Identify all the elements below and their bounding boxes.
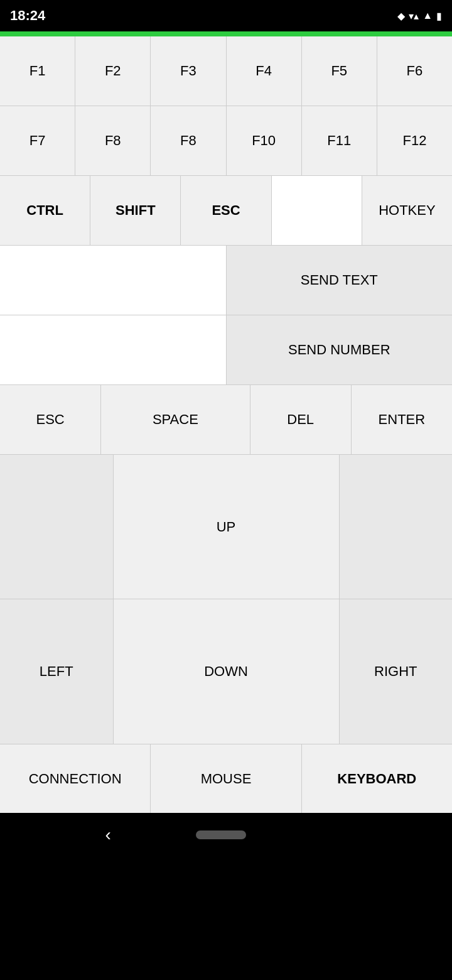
shift-key[interactable]: SHIFT — [90, 176, 181, 245]
wifi-icon: ▾▴ — [409, 10, 419, 22]
number-input-area[interactable] — [0, 315, 227, 384]
f11-key[interactable]: F11 — [302, 106, 377, 175]
dpad-left-key[interactable]: LEFT — [0, 599, 114, 744]
sim-icon: ◆ — [397, 10, 405, 22]
dpad-down-key[interactable]: DOWN — [114, 599, 339, 744]
keyboard-area: F1 F2 F3 F4 F5 F6 F7 F8 F8 F10 F11 F12 C… — [0, 36, 452, 813]
text-input-area[interactable] — [0, 246, 227, 315]
edit-row: ESC SPACE DEL ENTER — [0, 385, 452, 455]
send-number-button[interactable]: SEND NUMBER — [227, 315, 453, 384]
enter-key[interactable]: ENTER — [352, 385, 452, 454]
green-bar — [0, 31, 452, 36]
send-text-row: SEND TEXT — [0, 246, 452, 315]
f3-key[interactable]: F3 — [151, 36, 226, 106]
hotkey-key[interactable]: HOTKEY — [362, 176, 452, 245]
dpad-right-key[interactable]: RIGHT — [339, 599, 453, 744]
mod-row: CTRL SHIFT ESC HOTKEY — [0, 176, 452, 246]
status-time: 18:24 — [10, 8, 45, 24]
dpad-left-placeholder — [0, 455, 114, 599]
space-key[interactable]: SPACE — [101, 385, 250, 454]
tab-keyboard[interactable]: KEYBOARD — [302, 744, 452, 813]
f12-key[interactable]: F12 — [377, 106, 452, 175]
f10-key[interactable]: F10 — [227, 106, 302, 175]
f9-key[interactable]: F8 — [151, 106, 226, 175]
fkey-row-1: F1 F2 F3 F4 F5 F6 — [0, 36, 452, 106]
f4-key[interactable]: F4 — [227, 36, 302, 106]
f6-key[interactable]: F6 — [377, 36, 452, 106]
dpad-down-row: LEFT DOWN RIGHT — [0, 599, 452, 744]
bottom-tabs: CONNECTION MOUSE KEYBOARD — [0, 744, 452, 813]
status-bar: 18:24 ◆ ▾▴ ▲ ▮ — [0, 0, 452, 31]
send-number-row: SEND NUMBER — [0, 315, 452, 385]
dpad-right-placeholder — [339, 455, 453, 599]
tab-mouse[interactable]: MOUSE — [151, 744, 301, 813]
status-icons: ◆ ▾▴ ▲ ▮ — [397, 10, 442, 22]
empty-key — [272, 176, 362, 245]
f5-key[interactable]: F5 — [302, 36, 377, 106]
fkey-row-2: F7 F8 F8 F10 F11 F12 — [0, 106, 452, 176]
send-text-button[interactable]: SEND TEXT — [227, 246, 453, 315]
tab-connection[interactable]: CONNECTION — [0, 744, 151, 813]
android-nav-bar: ‹ ▢ — [0, 813, 452, 857]
back-button[interactable]: ‹ — [105, 825, 110, 845]
ctrl-key[interactable]: CTRL — [0, 176, 90, 245]
home-button[interactable] — [196, 830, 246, 839]
del-key[interactable]: DEL — [250, 385, 352, 454]
f1-key[interactable]: F1 — [0, 36, 75, 106]
esc-mod-key[interactable]: ESC — [181, 176, 271, 245]
f7-key[interactable]: F7 — [0, 106, 75, 175]
dpad-up-row: UP — [0, 455, 452, 599]
f8-key[interactable]: F8 — [75, 106, 151, 175]
battery-icon: ▮ — [436, 10, 442, 22]
esc-edit-key[interactable]: ESC — [0, 385, 101, 454]
signal-icon: ▲ — [422, 10, 433, 21]
dpad: UP LEFT DOWN RIGHT — [0, 455, 452, 744]
f2-key[interactable]: F2 — [75, 36, 151, 106]
dpad-up-key[interactable]: UP — [114, 455, 339, 599]
